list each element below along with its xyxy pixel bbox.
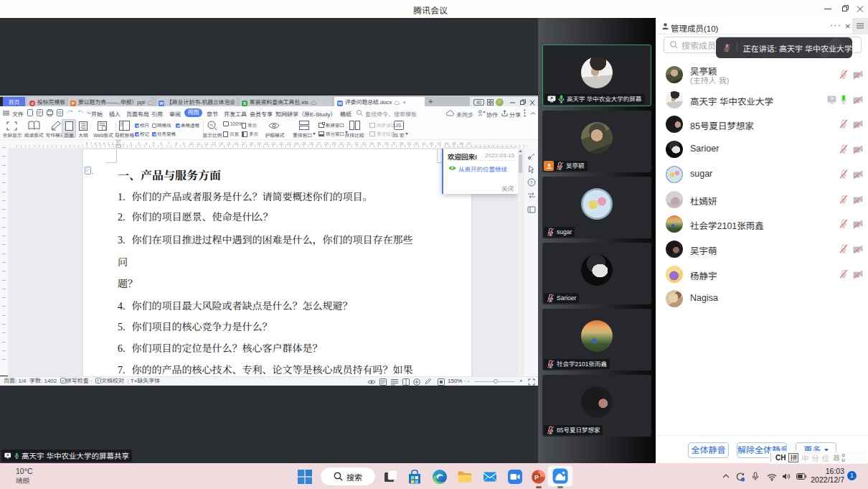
svg-text:JS: JS	[395, 123, 402, 128]
svg-text:?: ?	[530, 180, 533, 185]
svg-text:P: P	[534, 474, 539, 481]
